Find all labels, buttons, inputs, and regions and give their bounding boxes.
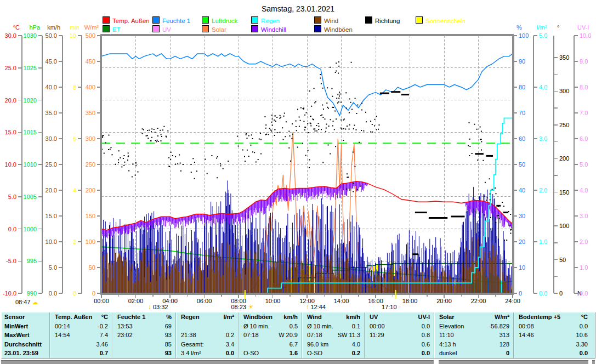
table-cell: UVUV-I — [365, 312, 434, 322]
table-cell: 96.0 km4.0 — [302, 340, 364, 349]
cell-value: 0.2 — [322, 349, 364, 358]
axis-tick-label: 50 — [559, 257, 566, 263]
axis-tick-label: 100 — [559, 223, 569, 229]
table-cell: 07:18SW 11.3 — [302, 331, 364, 340]
x-axis-label: 14:00 — [334, 298, 349, 304]
axis-tick-label: 5.0 — [580, 161, 588, 168]
event-time: 08:23 — [231, 304, 246, 310]
cell-value: 93 — [133, 331, 175, 340]
row-label: Sensor — [2, 312, 49, 322]
axis-tick-label: km/h — [47, 24, 60, 31]
cell-value: 6.7 — [243, 340, 302, 349]
cell-value: 0.2 — [196, 331, 238, 340]
axis-tick-label: 300 — [559, 88, 569, 94]
event-annotation-moon-down: ↓ 03:32 — [148, 303, 168, 311]
cell-time: Gesamt: — [176, 340, 204, 349]
cell-value: 0.6 — [370, 340, 434, 349]
table-cell: Temp. Außen°C — [50, 312, 112, 322]
sunset-icon: ▫ — [399, 303, 401, 311]
table-cell: Regenl/m² — [176, 312, 238, 322]
cell-time: Ø 10 min. — [302, 322, 333, 331]
bottom-strip-segment — [592, 360, 595, 364]
table-cell: Windkm/h — [302, 312, 364, 322]
table-row-labels: SensorMinWertMaxWertDurchschnitt23.01. 2… — [2, 312, 50, 358]
axis-tick-label: 50 — [89, 264, 95, 271]
cell-value: 128 — [456, 340, 513, 349]
axis-tick-label: 50 — [519, 161, 525, 168]
cell-value: km/h — [322, 312, 364, 322]
cell-time — [176, 322, 181, 331]
cell-time: Windböen — [239, 312, 273, 322]
cell-value: 0.5 — [270, 322, 302, 331]
cell-value: l/m² — [200, 312, 238, 322]
axis-tick-label: 50.0 — [46, 32, 57, 39]
table-cell: 14:547.4 — [50, 331, 112, 340]
axis-tick-label: 20 — [519, 238, 525, 245]
cell-value: W/m² — [455, 312, 513, 322]
table-column-solar: SolarW/m²Elevation-56.82911:103134:13 h1… — [434, 312, 514, 358]
cell-time: Ø 10 min. — [239, 322, 270, 331]
axis-tick-label: 400 — [86, 84, 95, 90]
event-annotation-sunset: 17:10 ▫ — [382, 303, 401, 311]
axis-tick-label: 2.0 — [539, 187, 547, 194]
x-axis-label: 24:00 — [505, 298, 520, 304]
cell-time: UV — [365, 312, 378, 322]
axis-tick-label: 0.0 — [8, 226, 16, 232]
table-cell: Windböenkm/h — [239, 312, 302, 322]
table-cell: Ø 10 min.0.1 — [302, 322, 364, 331]
table-cell: 0.0 — [365, 349, 434, 358]
cell-value: 0 — [457, 349, 513, 358]
cell-time — [365, 340, 370, 349]
x-axis-label: 22:00 — [471, 298, 486, 304]
axis-tick-label: 15.0 — [46, 213, 57, 219]
cell-time: Feuchte 1 — [112, 312, 145, 322]
cell-value: -56.829 — [464, 322, 513, 331]
cell-value: W 20.9 — [259, 331, 302, 340]
cell-time: 11:10 — [434, 331, 454, 340]
table-cell: 07:18W 20.9 — [239, 331, 302, 340]
axis-tick-label: 7.0 — [580, 110, 588, 116]
cell-time — [239, 340, 243, 349]
corner-time: 08:47 — [15, 299, 31, 305]
table-column-bodentemp-5: Bodentemp +5°C00:080.014:4610.63.300.0 — [514, 312, 592, 358]
axis-tick-label: 200 — [559, 155, 569, 162]
cell-value: 10.6 — [534, 331, 592, 340]
row-label: Durchschnitt — [2, 340, 49, 349]
cell-time — [50, 349, 55, 358]
sun-icon: ☀ — [248, 303, 254, 311]
axis-tick-label: 995 — [27, 258, 37, 264]
x-axis-label: 16:00 — [368, 298, 383, 304]
table-cell: O-SO1.6 — [239, 349, 302, 358]
axis-tick-label: 5.0 — [8, 194, 16, 200]
cell-value: °C — [92, 312, 112, 322]
bottom-strip-segment — [1, 360, 434, 364]
cell-time: Temp. Außen — [50, 312, 92, 322]
cell-time: 21:38 — [176, 331, 196, 340]
cell-value: 3.30 — [519, 340, 592, 349]
axis-tick-label: hPa — [29, 24, 40, 31]
table-cell: Gesamt:3.4 — [176, 340, 238, 349]
cell-value: -0.2 — [70, 322, 112, 331]
axis-tick-label: 2.0 — [580, 238, 588, 245]
axis-tick-label: 150 — [559, 189, 569, 196]
axis-tick-label: 4.0 — [539, 84, 547, 90]
cell-time: Bodentemp +5 — [514, 312, 560, 322]
x-axis-label: 02:00 — [128, 298, 144, 304]
axis-tick-label: W/m² — [84, 24, 99, 31]
cell-time — [514, 349, 519, 358]
cell-time: 23:02 — [112, 331, 133, 340]
x-axis-label: 00:00 — [94, 298, 109, 304]
axis-tick-label: 250 — [559, 122, 569, 128]
table-cell: 00:080.0 — [514, 322, 592, 331]
axis-tick-label: 20.0 — [5, 97, 16, 104]
axis-tick-label: 30.0 — [46, 135, 57, 142]
axis-tick-label: 70 — [519, 110, 525, 116]
cell-time — [365, 349, 370, 358]
axis-tick-label: ° — [557, 24, 559, 31]
weather-app-screen: Samstag, 23.01.2021 Temp. AußenFeuchte 1… — [0, 0, 596, 364]
cell-value: 69 — [133, 322, 175, 331]
x-axis-label: 06:00 — [197, 298, 212, 304]
axis-tick-label: 0 — [519, 290, 522, 297]
cell-time: Wind — [302, 312, 322, 322]
cell-value: 3.4 — [204, 340, 238, 349]
